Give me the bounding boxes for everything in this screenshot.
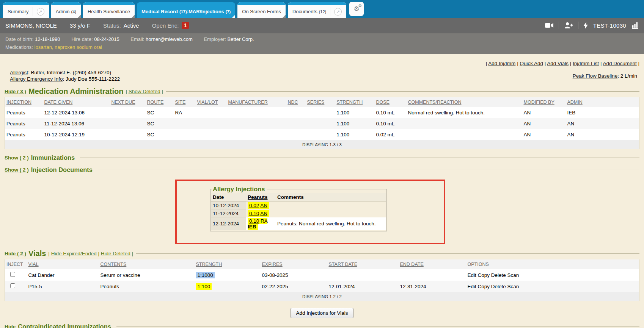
hide-expired-link[interactable]: Hide Expired/Ended — [51, 251, 97, 256]
col-peanuts[interactable]: Peanuts — [246, 193, 276, 201]
col-ndc[interactable]: NDC — [286, 97, 306, 107]
delete-link[interactable]: Delete — [491, 284, 506, 289]
col-series[interactable]: SERIES — [306, 97, 335, 107]
popout-icon[interactable]: ↗ — [334, 8, 342, 16]
chart-stats-icon[interactable] — [631, 22, 639, 29]
allergy-emergency-value: : Judy Doe 555-111-2222 — [63, 76, 120, 82]
copy-link[interactable]: Copy — [478, 284, 490, 289]
dose-link[interactable]: 0.10 — [249, 218, 259, 224]
col-manufacturer[interactable]: MANUFACTURER — [227, 97, 286, 107]
edit-link[interactable]: Edit — [468, 272, 476, 278]
col-next-due[interactable]: NEXT DUE — [110, 97, 146, 107]
col-start-date[interactable]: START DATE — [327, 259, 399, 269]
add-inj-imm-link[interactable]: Add Inj/Imm — [488, 61, 515, 66]
initials-link[interactable]: IEB — [248, 224, 256, 230]
initials-link[interactable]: AN — [260, 203, 267, 208]
immunizations-show-link[interactable]: Show ( 2 ) — [5, 155, 29, 161]
cell-strength: 1:100 — [335, 129, 375, 140]
allergist-link[interactable]: Allergist — [10, 70, 28, 75]
initials-link[interactable]: AN — [260, 211, 267, 216]
popout-icon[interactable]: ↗ — [37, 8, 44, 16]
tab-documents[interactable]: Documents (12) ↗ — [288, 2, 346, 18]
tab-on-screen-forms[interactable]: On Screen Forms — [237, 2, 286, 18]
tab-documents-label: Documents — [292, 9, 317, 14]
tab-health-surveillance[interactable]: Health Surveillance — [83, 2, 135, 18]
vials-hide-link[interactable]: Hide ( 2 ) — [5, 251, 26, 256]
col-admin[interactable]: ADMIN — [566, 97, 639, 107]
col-comments[interactable]: COMMENTS/REACTION — [407, 97, 522, 107]
cell-ndc — [286, 107, 306, 118]
tab-medical-record[interactable]: Medical Record (17) :MAR/Injections (7) — [137, 2, 235, 18]
show-deleted-link[interactable]: Show Deleted — [129, 89, 160, 94]
cell-dose: 0.10 mL — [375, 118, 407, 129]
peak-flow-link[interactable]: Peak Flow Baseline — [573, 73, 618, 79]
hide-deleted-link[interactable]: Hide Deleted — [101, 251, 130, 256]
medication-link-naproxen[interactable]: naproxen sodium oral — [55, 44, 102, 50]
contraindicated-hide-link[interactable]: Hide — [5, 324, 16, 328]
delete-link[interactable]: Delete — [491, 272, 506, 278]
add-injections-for-vials-button[interactable]: Add Injections for Vials — [291, 308, 353, 318]
hire-date-value: 08-24-2015 — [94, 36, 119, 42]
col-strength[interactable]: STRENGTH — [335, 97, 375, 107]
col-vial[interactable]: VIAL — [27, 259, 99, 269]
status-label: Status: — [103, 22, 121, 29]
separator: | — [132, 251, 134, 256]
cell-strength: 1:100 — [195, 281, 261, 292]
tab-settings-button[interactable]: ⚙ ⚙ — [349, 2, 364, 16]
cell-dose: 0.10 AN — [246, 209, 276, 217]
cell-date: 10-12-2024 — [211, 201, 246, 209]
dob-value: 12-18-1990 — [35, 36, 60, 42]
scan-link[interactable]: Scan — [507, 284, 519, 289]
col-expires[interactable]: EXPIRES — [261, 259, 327, 269]
add-vials-link[interactable]: Add Vials — [547, 61, 569, 66]
col-end-date[interactable]: END DATE — [399, 259, 466, 269]
col-contents[interactable]: CONTENTS — [99, 259, 195, 269]
col-site[interactable]: SITE — [174, 97, 196, 107]
contraindicated-title: Contraindicated Immunizations — [18, 323, 111, 328]
copy-link[interactable]: Copy — [478, 272, 490, 278]
open-enc-badge[interactable]: 1 — [182, 22, 189, 29]
tab-admin[interactable]: Admin (4) — [51, 2, 81, 18]
col-route[interactable]: ROUTE — [146, 97, 174, 107]
video-camera-icon[interactable] — [545, 22, 554, 29]
section-divider-line — [80, 158, 639, 158]
col-date-given[interactable]: DATE GIVEN — [43, 97, 110, 107]
med-admin-table: INJECTION DATE GIVEN NEXT DUE ROUTE SITE… — [5, 97, 639, 149]
inj-imm-list-link[interactable]: Inj/Imm List — [573, 61, 599, 66]
med-admin-hide-link[interactable]: Hide ( 3 ) — [5, 89, 26, 94]
medication-link-losartan[interactable]: losartan — [35, 44, 52, 50]
quick-actions-bolt-icon[interactable] — [583, 22, 588, 29]
vial-inject-checkbox[interactable] — [10, 283, 15, 288]
col-dose[interactable]: DOSE — [375, 97, 407, 107]
cell-modified-by: AN — [522, 129, 566, 140]
cell-start-date — [327, 269, 399, 281]
cell-manufacturer — [227, 129, 286, 140]
dose-link[interactable]: 0.02 — [249, 203, 259, 208]
scan-link[interactable]: Scan — [507, 272, 519, 278]
edit-link[interactable]: Edit — [468, 284, 476, 289]
cell-dose: 0.10 RA IEB — [246, 217, 276, 230]
allergy-emergency-info-link[interactable]: Allergy Emergency Info — [10, 76, 63, 82]
dose-link[interactable]: 0.10 — [249, 211, 259, 216]
peak-flow-value: : 2 L/min — [617, 73, 637, 79]
col-vial-lot[interactable]: VIAL/LOT — [196, 97, 227, 107]
col-strength[interactable]: STRENGTH — [195, 259, 261, 269]
col-injection[interactable]: INJECTION — [5, 97, 43, 107]
cell-ndc — [286, 118, 306, 129]
tab-summary[interactable]: Summary ↗ — [3, 2, 49, 18]
add-user-icon[interactable] — [564, 22, 573, 29]
red-annotation-rectangle: Allergy Injections Date Peanuts Comments… — [175, 180, 445, 244]
cell-vial-lot — [196, 129, 227, 140]
cell-series — [306, 118, 335, 129]
add-document-link[interactable]: Add Document — [603, 61, 636, 66]
cell-modified-by: AN — [522, 118, 566, 129]
cell-contents: Serum or vaccine — [99, 269, 195, 281]
medications-row: Medications: losartan, naproxen sodium o… — [5, 43, 639, 51]
cell-strength: 1:1000 — [195, 269, 261, 281]
injection-documents-show-link[interactable]: Show ( 2 ) — [5, 167, 29, 173]
quick-add-link[interactable]: Quick Add — [520, 61, 543, 66]
vial-inject-checkbox[interactable] — [10, 272, 15, 277]
col-modified-by[interactable]: MODIFIED BY — [522, 97, 566, 107]
tab-medrec-count: (17) — [179, 9, 187, 14]
cell-inject — [5, 281, 27, 292]
